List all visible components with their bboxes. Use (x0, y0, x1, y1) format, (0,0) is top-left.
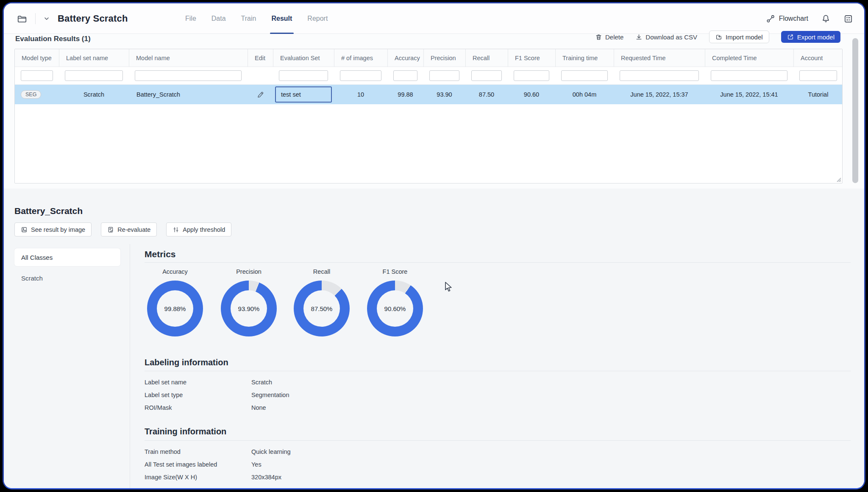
filter-num-images[interactable] (340, 70, 381, 81)
apply-threshold-label: Apply threshold (183, 226, 225, 233)
tab-result[interactable]: Result (271, 3, 292, 34)
precision-donut-chart: 93.90% (221, 281, 277, 336)
cell-recall: 87.50 (465, 85, 508, 104)
folder-icon (17, 13, 28, 24)
vertical-scrollbar-thumb[interactable] (852, 38, 858, 183)
flowchart-button[interactable]: Flowchart (766, 14, 808, 23)
filter-model-type[interactable] (21, 70, 53, 81)
metric-recall: Recall 87.50% (294, 268, 350, 336)
info-label: Label set name (145, 379, 251, 386)
filter-account[interactable] (799, 70, 837, 81)
filter-model-name[interactable] (135, 70, 242, 81)
col-accuracy: Accuracy (387, 49, 423, 67)
re-evaluate-label: Re-evaluate (117, 226, 150, 233)
cell-precision: 93.90 (423, 85, 465, 104)
table-row[interactable]: SEG Scratch Battery_Scratch test set 10 … (15, 85, 842, 104)
model-type-badge: SEG (21, 90, 41, 99)
apply-threshold-button[interactable]: Apply threshold (166, 222, 231, 236)
col-label-set-name: Label set name (59, 49, 129, 67)
document-check-icon (107, 226, 114, 233)
col-f1-score: F1 Score (508, 49, 555, 67)
delete-button[interactable]: Delete (595, 33, 623, 41)
recall-donut-chart: 87.50% (294, 281, 350, 336)
table-resize-grip[interactable] (835, 176, 841, 182)
filter-f1-score[interactable] (514, 70, 549, 81)
tab-train[interactable]: Train (241, 3, 256, 34)
info-value: Scratch (251, 379, 272, 386)
metric-value: 93.90% (238, 305, 260, 312)
download-csv-button[interactable]: Download as CSV (635, 33, 697, 41)
app-window: Battery Scratch File Data Train Result R… (3, 2, 865, 489)
results-actions: Delete Download as CSV Import model (595, 31, 840, 43)
tab-report[interactable]: Report (307, 3, 328, 34)
filter-recall[interactable] (471, 70, 502, 81)
evaluation-set-select[interactable]: test set (275, 86, 332, 103)
tab-data[interactable]: Data (211, 3, 226, 34)
download-csv-label: Download as CSV (645, 33, 697, 41)
col-model-type: Model type (15, 49, 59, 67)
labeling-divider (145, 371, 851, 371)
filter-precision[interactable] (429, 70, 459, 81)
tab-file[interactable]: File (185, 3, 196, 34)
notes-grid-icon (843, 14, 853, 24)
see-result-by-image-button[interactable]: See result by image (14, 222, 92, 236)
chevron-down-icon (43, 15, 50, 22)
evaluation-results-table: Model type Label set name Model name Edi… (14, 49, 843, 183)
info-row-label-set-name: Label set name Scratch (145, 376, 813, 389)
evaluation-results-heading: Evaluation Results (1) (15, 35, 91, 43)
export-icon (787, 33, 794, 40)
filter-evaluation-set[interactable] (279, 70, 328, 81)
project-menu-button[interactable] (43, 15, 50, 22)
selected-model-title: Battery_Scratch (14, 206, 83, 216)
metrics-title: Metrics (145, 249, 176, 259)
col-completed-time: Completed Time (705, 49, 793, 67)
export-model-label: Export model (797, 33, 835, 41)
info-label: ROI/Mask (145, 404, 251, 411)
threshold-sliders-icon (172, 226, 179, 233)
export-model-button[interactable]: Export model (781, 31, 840, 43)
col-training-time: Training time (555, 49, 614, 67)
info-row-roi-mask: ROI/Mask None (145, 401, 813, 414)
info-value: 320x384px (251, 474, 281, 481)
table-filter-row (15, 67, 842, 85)
class-item-all-classes[interactable]: All Classes (14, 248, 120, 266)
metric-value: 87.50% (311, 305, 333, 312)
open-project-button[interactable] (17, 13, 28, 24)
flowchart-label: Flowchart (779, 15, 808, 22)
notifications-button[interactable] (821, 14, 831, 24)
trash-icon (595, 33, 602, 41)
import-model-label: Import model (726, 33, 763, 41)
cell-requested-time: June 15, 2022, 15:37 (614, 85, 705, 104)
edit-pencil-icon[interactable] (256, 91, 264, 99)
info-value: Quick learning (251, 448, 291, 455)
col-edit: Edit (248, 49, 273, 67)
cell-accuracy: 99.88 (387, 85, 423, 104)
release-notes-button[interactable] (843, 14, 853, 24)
top-bar: Battery Scratch File Data Train Result R… (4, 3, 864, 34)
metrics-divider (145, 262, 851, 263)
metric-label: Precision (221, 268, 277, 275)
import-model-button[interactable]: Import model (709, 31, 769, 43)
info-row-image-size: Image Size(W X H) 320x384px (145, 471, 813, 484)
info-label: All Test set images labeled (145, 461, 251, 468)
filter-label-set-name[interactable] (65, 70, 123, 81)
metric-f1-score: F1 Score 90.60% (367, 268, 423, 336)
cell-completed-time: June 15, 2022, 15:41 (705, 85, 793, 104)
filter-training-time[interactable] (561, 70, 608, 81)
filter-completed-time[interactable] (711, 70, 787, 81)
filter-requested-time[interactable] (620, 70, 699, 81)
filter-accuracy[interactable] (393, 70, 417, 81)
info-row-test-set-labeled: All Test set images labeled Yes (145, 458, 813, 471)
training-divider (145, 440, 851, 441)
cell-label-set-name: Scratch (59, 85, 129, 104)
re-evaluate-button[interactable]: Re-evaluate (101, 222, 157, 236)
col-precision: Precision (423, 49, 465, 67)
class-item-scratch[interactable]: Scratch (21, 275, 43, 282)
cell-training-time: 00h 04m (555, 85, 614, 104)
metric-label: F1 Score (367, 268, 423, 275)
class-panel-divider (130, 244, 130, 488)
labeling-information-title: Labeling information (145, 358, 228, 367)
metric-accuracy: Accuracy 99.88% (147, 268, 203, 336)
training-information-title: Training information (145, 427, 226, 436)
import-icon (715, 33, 722, 40)
